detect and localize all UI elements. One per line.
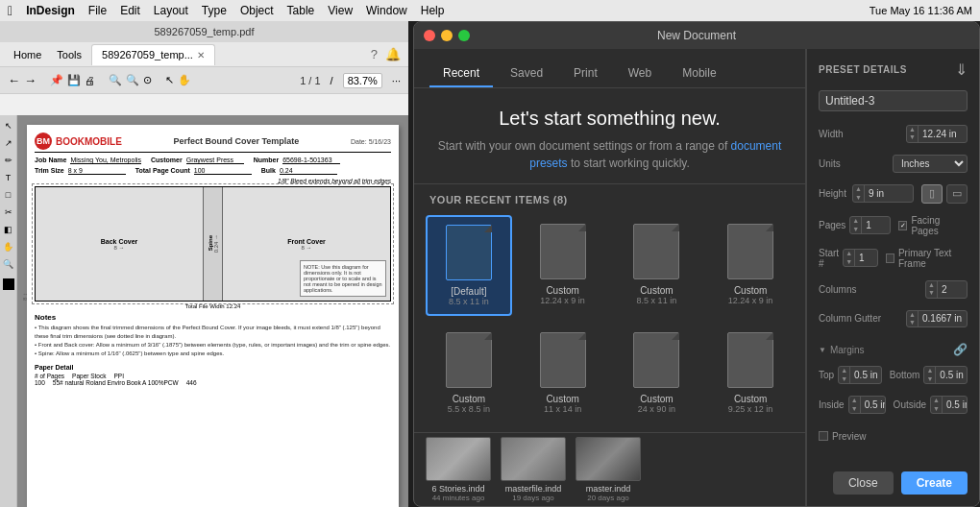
- id-forward-btn[interactable]: →: [24, 73, 37, 87]
- inside-stepper[interactable]: ▲ ▼: [849, 397, 861, 413]
- margins-arrow[interactable]: ▼: [819, 346, 826, 354]
- menu-file[interactable]: File: [88, 4, 107, 17]
- id-more-btn[interactable]: ···: [392, 75, 401, 86]
- recent-file-0[interactable]: 6 Stories.indd 44 minutes ago: [426, 437, 491, 502]
- id-notify-btn[interactable]: 🔔: [385, 47, 401, 61]
- columns-stepper[interactable]: ▲ ▼: [926, 281, 938, 298]
- id-tool-scissors[interactable]: ✂: [2, 205, 15, 219]
- preset-width-field[interactable]: ▲ ▼: [906, 125, 968, 143]
- id-print-btn[interactable]: 🖨: [85, 75, 95, 86]
- id-tools-tab[interactable]: Tools: [51, 49, 87, 60]
- menu-layout[interactable]: Layout: [154, 4, 188, 17]
- recent-item-5[interactable]: Custom 11 x 14 in: [520, 324, 606, 422]
- menu-view[interactable]: View: [328, 4, 353, 17]
- id-tool-zoom[interactable]: 🔍: [2, 257, 15, 271]
- link-icon[interactable]: 🔗: [953, 343, 968, 356]
- preset-top-field[interactable]: ▲ ▼: [838, 366, 882, 384]
- apple-menu[interactable]: : [8, 3, 12, 18]
- id-tool-select[interactable]: ↖: [2, 119, 15, 133]
- columns-input[interactable]: [938, 282, 967, 297]
- preset-save-btn[interactable]: ⇓: [955, 60, 968, 79]
- recent-item-4[interactable]: Custom 5.5 x 8.5 in: [426, 324, 512, 422]
- start-up[interactable]: ▲: [845, 250, 852, 257]
- id-tool-rect[interactable]: □: [2, 188, 15, 202]
- preset-inside-field[interactable]: ▲ ▼: [848, 396, 886, 414]
- menu-window[interactable]: Window: [366, 4, 407, 17]
- id-doc-tab[interactable]: 589267059_temp... ✕: [91, 44, 215, 65]
- width-down[interactable]: ▼: [909, 133, 916, 141]
- bottom-up[interactable]: ▲: [926, 367, 933, 374]
- top-up[interactable]: ▲: [841, 367, 847, 374]
- width-input[interactable]: [919, 127, 967, 141]
- id-tab-close[interactable]: ✕: [197, 50, 205, 60]
- gutter-input[interactable]: [919, 311, 967, 326]
- landscape-btn[interactable]: ▭: [946, 184, 968, 204]
- recent-item-0[interactable]: [Default] 8.5 x 11 in: [426, 215, 512, 316]
- id-arrow-tool[interactable]: ↖: [165, 74, 174, 86]
- recent-item-3[interactable]: Custom 12.24 x 9 in: [707, 215, 794, 316]
- start-stepper[interactable]: ▲ ▼: [844, 250, 855, 266]
- close-btn[interactable]: [424, 30, 435, 41]
- top-down[interactable]: ▼: [841, 375, 847, 383]
- preset-doc-name[interactable]: Untitled-3: [819, 90, 968, 111]
- tab-mobile[interactable]: Mobile: [669, 60, 729, 87]
- menu-type[interactable]: Type: [202, 4, 227, 17]
- id-save-btn[interactable]: 💾: [67, 74, 81, 86]
- create-btn[interactable]: Create: [901, 471, 968, 495]
- pages-stepper[interactable]: ▲ ▼: [850, 217, 862, 233]
- recent-item-7[interactable]: Custom 9.25 x 12 in: [707, 324, 794, 422]
- pages-input[interactable]: [862, 218, 890, 232]
- id-zoom-out-btn[interactable]: 🔍: [109, 74, 122, 86]
- pages-down[interactable]: ▼: [852, 226, 859, 233]
- id-hand-tool[interactable]: ✋: [178, 74, 191, 86]
- id-back-btn[interactable]: ←: [8, 73, 20, 87]
- tab-recent[interactable]: Recent: [429, 60, 493, 87]
- portrait-btn[interactable]: ▯: [921, 184, 943, 204]
- inside-up[interactable]: ▲: [851, 397, 858, 404]
- height-up[interactable]: ▲: [855, 185, 862, 193]
- outside-up[interactable]: ▲: [933, 397, 940, 404]
- inside-input[interactable]: [861, 398, 886, 412]
- columns-down[interactable]: ▼: [928, 289, 935, 297]
- preset-gutter-field[interactable]: ▲ ▼: [906, 310, 968, 328]
- minimize-btn[interactable]: [441, 30, 453, 41]
- bottom-input[interactable]: [936, 368, 968, 382]
- id-pin-btn[interactable]: 📌: [50, 74, 63, 86]
- tab-saved[interactable]: Saved: [497, 60, 556, 87]
- height-down[interactable]: ▼: [855, 194, 862, 202]
- menu-edit[interactable]: Edit: [120, 4, 140, 17]
- id-tool-gradient[interactable]: ◧: [2, 223, 15, 236]
- bottom-down[interactable]: ▼: [926, 375, 933, 383]
- preset-outside-field[interactable]: ▲ ▼: [930, 396, 968, 414]
- outside-stepper[interactable]: ▲ ▼: [931, 397, 943, 413]
- width-up[interactable]: ▲: [909, 126, 916, 133]
- id-home-tab[interactable]: Home: [8, 49, 47, 60]
- id-zoom[interactable]: 83.7%: [343, 73, 382, 88]
- close-modal-btn[interactable]: Close: [833, 471, 894, 495]
- recent-item-2[interactable]: Custom 8.5 x 11 in: [614, 215, 700, 316]
- id-tool-pen[interactable]: ✏: [2, 154, 15, 167]
- recent-item-6[interactable]: Custom 24 x 90 in: [614, 324, 700, 422]
- id-tool-text[interactable]: T: [2, 171, 15, 184]
- width-stepper[interactable]: ▲ ▼: [907, 126, 919, 142]
- inside-down[interactable]: ▼: [851, 405, 858, 413]
- app-name[interactable]: InDesign: [26, 4, 75, 17]
- columns-up[interactable]: ▲: [928, 281, 935, 289]
- preset-height-field[interactable]: ▲ ▼: [852, 184, 914, 203]
- bottom-stepper[interactable]: ▲ ▼: [924, 367, 936, 383]
- recent-file-1[interactable]: masterfile.indd 19 days ago: [501, 437, 566, 502]
- start-down[interactable]: ▼: [845, 258, 852, 266]
- preset-start-field[interactable]: ▲ ▼: [843, 249, 878, 267]
- menu-help[interactable]: Help: [421, 4, 445, 17]
- outside-down[interactable]: ▼: [933, 405, 940, 413]
- recent-file-2[interactable]: master.indd 20 days ago: [576, 437, 641, 502]
- preset-columns-field[interactable]: ▲ ▼: [925, 280, 968, 299]
- id-zoom-actual-btn[interactable]: ⊙: [143, 74, 152, 86]
- id-help-btn[interactable]: ?: [371, 47, 378, 61]
- preset-pages-field[interactable]: ▲ ▼: [849, 216, 890, 234]
- units-select[interactable]: Inches Millimeters Points: [893, 155, 968, 173]
- gutter-up[interactable]: ▲: [909, 311, 916, 319]
- tab-print[interactable]: Print: [560, 60, 611, 87]
- gutter-stepper[interactable]: ▲ ▼: [907, 311, 919, 327]
- menu-object[interactable]: Object: [240, 4, 274, 17]
